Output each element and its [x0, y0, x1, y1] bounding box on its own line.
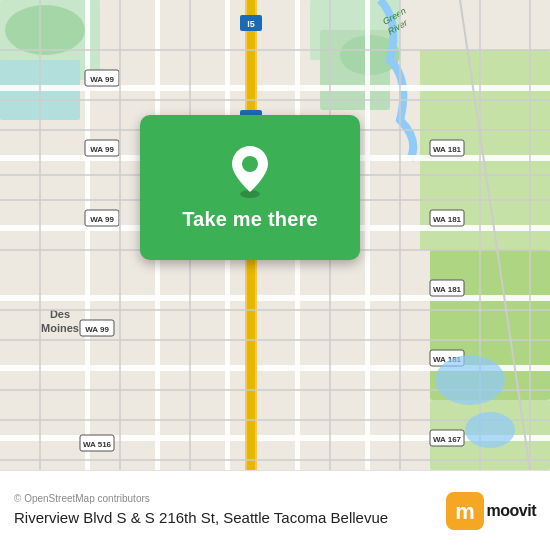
cta-button[interactable]: Take me there [182, 208, 318, 231]
svg-point-9 [5, 5, 85, 55]
svg-text:Moines: Moines [41, 322, 79, 334]
svg-text:WA 167: WA 167 [433, 435, 462, 444]
svg-rect-21 [365, 0, 370, 470]
svg-text:WA 99: WA 99 [85, 325, 109, 334]
svg-text:WA 181: WA 181 [433, 145, 462, 154]
svg-text:WA 99: WA 99 [90, 215, 114, 224]
svg-rect-14 [0, 295, 550, 301]
svg-text:WA 99: WA 99 [90, 75, 114, 84]
svg-text:WA 181: WA 181 [433, 215, 462, 224]
svg-text:WA 516: WA 516 [83, 440, 112, 449]
cta-card[interactable]: Take me there [140, 115, 360, 260]
moovit-logo: m moovit [446, 492, 536, 530]
location-pin-icon [228, 144, 272, 198]
svg-point-73 [435, 355, 505, 405]
svg-text:I5: I5 [247, 19, 255, 29]
svg-text:WA 181: WA 181 [433, 285, 462, 294]
moovit-icon: m [446, 492, 484, 530]
svg-text:WA 99: WA 99 [90, 145, 114, 154]
map-container: I5 I5 I5 WA 99 WA 99 WA 99 WA 99 WA 516 … [0, 0, 550, 470]
moovit-brand-text: moovit [487, 502, 536, 520]
svg-point-74 [465, 412, 515, 448]
info-bar: © OpenStreetMap contributors Riverview B… [0, 470, 550, 550]
svg-rect-11 [0, 85, 550, 91]
info-left: © OpenStreetMap contributors Riverview B… [14, 493, 436, 528]
address-text: Riverview Blvd S & S 216th St, Seattle T… [14, 508, 436, 528]
svg-text:m: m [455, 499, 475, 524]
svg-point-76 [242, 156, 258, 172]
copyright-text: © OpenStreetMap contributors [14, 493, 436, 504]
